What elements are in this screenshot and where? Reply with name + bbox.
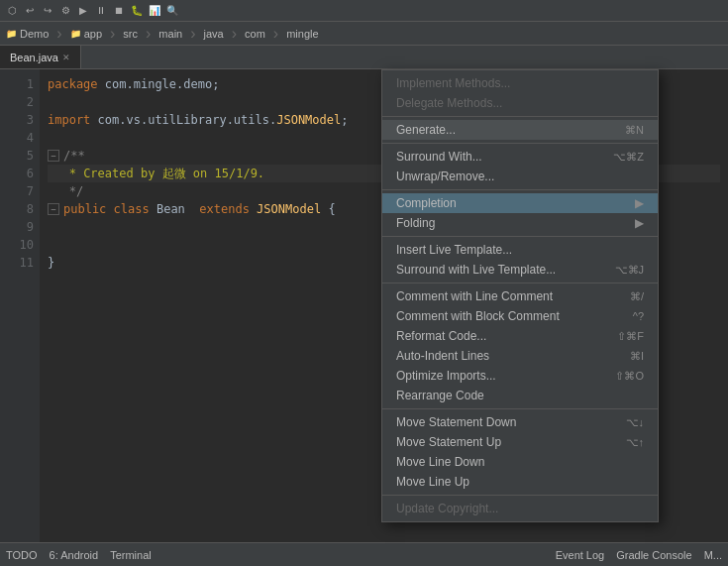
menu-item-optimize-imports[interactable]: Optimize Imports... ⇧⌘O xyxy=(382,366,658,386)
menu-separator-5 xyxy=(382,283,658,283)
implement-methods-label: Implement Methods... xyxy=(396,76,644,90)
demo-icon: 📁 xyxy=(6,29,17,39)
reformat-code-shortcut: ⇧⌘F xyxy=(617,330,644,343)
more-label: M... xyxy=(704,549,722,561)
move-statement-down-shortcut: ⌥↓ xyxy=(626,416,645,429)
toolbar-icon-5[interactable]: ▶ xyxy=(75,3,91,19)
terminal-label: Terminal xyxy=(110,549,152,561)
surround-with-shortcut: ⌥⌘Z xyxy=(613,151,644,164)
project-item-java[interactable]: java xyxy=(204,28,224,40)
move-line-down-label: Move Line Down xyxy=(396,455,644,469)
tab-close-button[interactable]: ✕ xyxy=(62,53,70,62)
menu-item-move-statement-up[interactable]: Move Statement Up ⌥↑ xyxy=(382,432,658,452)
status-more[interactable]: M... xyxy=(704,549,722,561)
surround-live-template-shortcut: ⌥⌘J xyxy=(615,264,645,277)
menu-item-surround-live-template[interactable]: Surround with Live Template... ⌥⌘J xyxy=(382,260,658,280)
toolbar-icon-3[interactable]: ↪ xyxy=(40,3,55,19)
toolbar-icon-2[interactable]: ↩ xyxy=(22,3,38,19)
delegate-methods-label: Delegate Methods... xyxy=(396,96,644,110)
line-numbers: 1 2 3 4 5 6 7 8 9 10 11 xyxy=(0,69,40,542)
move-line-up-label: Move Line Up xyxy=(396,475,644,489)
menu-separator-1 xyxy=(382,116,658,117)
menu-item-implement-methods[interactable]: Implement Methods... xyxy=(382,73,658,93)
toolbar-icon-8[interactable]: 🐛 xyxy=(129,3,145,19)
auto-indent-shortcut: ⌘I xyxy=(630,350,644,363)
tab-bar: Bean.java ✕ xyxy=(0,46,728,69)
move-statement-up-label: Move Statement Up xyxy=(396,435,606,449)
project-item-app[interactable]: 📁 app xyxy=(70,28,102,40)
folding-label: Folding xyxy=(396,216,629,230)
move-statement-up-shortcut: ⌥↑ xyxy=(626,436,645,449)
reformat-code-label: Reformat Code... xyxy=(396,329,597,343)
menu-item-comment-block[interactable]: Comment with Block Comment ^? xyxy=(382,306,658,326)
tab-bean-java[interactable]: Bean.java ✕ xyxy=(0,46,81,68)
move-statement-down-label: Move Statement Down xyxy=(396,415,606,429)
menu-separator-6 xyxy=(382,408,658,409)
optimize-imports-label: Optimize Imports... xyxy=(396,369,595,383)
rearrange-code-label: Rearrange Code xyxy=(396,389,644,402)
comment-line-shortcut: ⌘/ xyxy=(630,290,644,303)
unwrap-remove-label: Unwrap/Remove... xyxy=(396,170,644,183)
status-gradle-console[interactable]: Gradle Console xyxy=(616,549,691,561)
comment-block-label: Comment with Block Comment xyxy=(396,309,613,323)
project-item-demo[interactable]: 📁 Demo xyxy=(6,28,49,40)
status-event-log[interactable]: Event Log xyxy=(556,549,605,561)
menu-item-generate[interactable]: Generate... ⌘N xyxy=(382,120,658,140)
completion-arrow-icon: ▶ xyxy=(635,196,644,210)
toolbar-icon-1[interactable]: ⬡ xyxy=(4,3,20,19)
toolbar-icon-7[interactable]: ⏹ xyxy=(111,3,127,19)
insert-live-template-label: Insert Live Template... xyxy=(396,243,644,257)
status-bar: TODO 6: Android Terminal Event Log Gradl… xyxy=(0,542,728,566)
comment-block-shortcut: ^? xyxy=(633,310,644,322)
project-item-mingle[interactable]: mingle xyxy=(286,28,318,40)
generate-label: Generate... xyxy=(396,123,605,137)
menu-separator-4 xyxy=(382,236,658,237)
android-label: 6: Android xyxy=(50,549,99,561)
menu-item-surround-with[interactable]: Surround With... ⌥⌘Z xyxy=(382,147,658,167)
surround-live-template-label: Surround with Live Template... xyxy=(396,263,595,277)
status-android[interactable]: 6: Android xyxy=(50,549,99,561)
menu-separator-2 xyxy=(382,143,658,144)
toolbar-icon-6[interactable]: ⏸ xyxy=(93,3,109,19)
menu-item-reformat-code[interactable]: Reformat Code... ⇧⌘F xyxy=(382,326,658,346)
menu-item-rearrange-code[interactable]: Rearrange Code xyxy=(382,386,658,405)
auto-indent-label: Auto-Indent Lines xyxy=(396,349,610,363)
menu-item-move-line-up[interactable]: Move Line Up xyxy=(382,472,658,492)
menu-item-completion[interactable]: Completion ▶ xyxy=(382,193,658,213)
menu-item-insert-live-template[interactable]: Insert Live Template... xyxy=(382,240,658,260)
project-item-com[interactable]: com xyxy=(245,28,265,40)
context-menu: Implement Methods... Delegate Methods...… xyxy=(381,69,659,522)
app-icon: 📁 xyxy=(70,29,81,39)
menu-item-unwrap-remove[interactable]: Unwrap/Remove... xyxy=(382,167,658,186)
menu-item-auto-indent[interactable]: Auto-Indent Lines ⌘I xyxy=(382,346,658,366)
tab-label: Bean.java xyxy=(10,52,58,63)
comment-line-label: Comment with Line Comment xyxy=(396,289,610,303)
toolbar-icon-4[interactable]: ⚙ xyxy=(57,3,73,19)
editor-area: 1 2 3 4 5 6 7 8 9 10 11 package com.ming… xyxy=(0,69,728,542)
menu-item-delegate-methods[interactable]: Delegate Methods... xyxy=(382,93,658,113)
generate-shortcut: ⌘N xyxy=(625,124,644,137)
project-item-main[interactable]: main xyxy=(158,28,182,40)
optimize-imports-shortcut: ⇧⌘O xyxy=(615,370,644,383)
fold-icon-8[interactable]: − xyxy=(48,203,59,215)
project-item-src[interactable]: src xyxy=(123,28,138,40)
todo-label: TODO xyxy=(6,549,38,561)
gradle-console-label: Gradle Console xyxy=(616,549,691,561)
surround-with-label: Surround With... xyxy=(396,150,593,164)
menu-item-folding[interactable]: Folding ▶ xyxy=(382,213,658,233)
menu-item-update-copyright[interactable]: Update Copyright... xyxy=(382,499,658,518)
menu-item-move-line-down[interactable]: Move Line Down xyxy=(382,452,658,472)
status-todo[interactable]: TODO xyxy=(6,549,38,561)
toolbar: ⬡ ↩ ↪ ⚙ ▶ ⏸ ⏹ 🐛 📊 🔍 xyxy=(0,0,728,22)
update-copyright-label: Update Copyright... xyxy=(396,502,644,515)
toolbar-icon-9[interactable]: 📊 xyxy=(147,3,162,19)
menu-separator-3 xyxy=(382,189,658,190)
status-terminal[interactable]: Terminal xyxy=(110,549,152,561)
event-log-label: Event Log xyxy=(556,549,605,561)
completion-label: Completion xyxy=(396,196,629,210)
toolbar-icon-10[interactable]: 🔍 xyxy=(164,3,180,19)
menu-item-move-statement-down[interactable]: Move Statement Down ⌥↓ xyxy=(382,412,658,432)
fold-icon-5[interactable]: − xyxy=(48,150,59,162)
menu-item-comment-line[interactable]: Comment with Line Comment ⌘/ xyxy=(382,286,658,306)
project-bar: 📁 Demo › 📁 app › src › main › java › com… xyxy=(0,22,728,46)
